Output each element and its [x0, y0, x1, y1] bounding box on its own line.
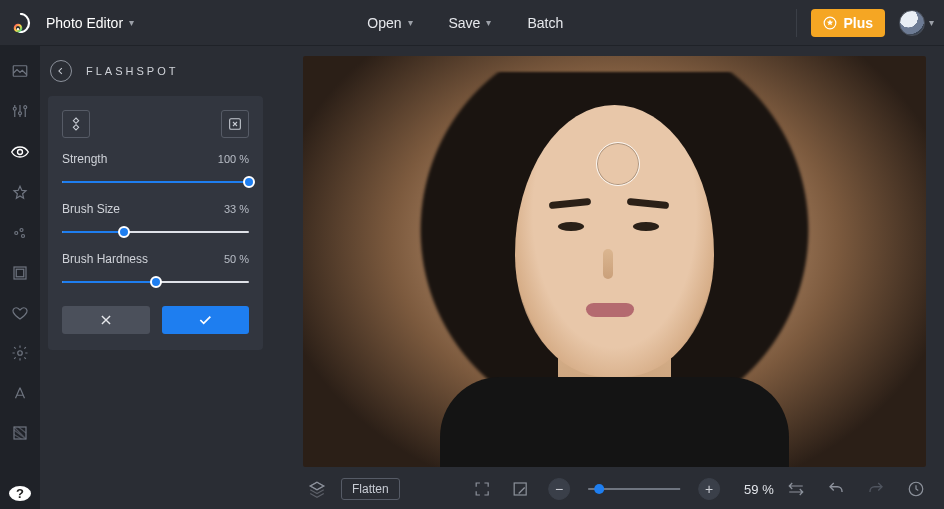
panel-title: FLASHSPOT — [86, 65, 178, 77]
svg-point-6 — [18, 150, 23, 155]
strength-value: 100 % — [218, 153, 249, 165]
strength-control: Strength 100 % — [62, 152, 249, 188]
effects-icon[interactable] — [9, 224, 31, 242]
top-right-group: Plus ▾ — [796, 9, 934, 37]
svg-point-8 — [20, 229, 23, 232]
batch-button[interactable]: Batch — [523, 9, 567, 37]
svg-point-12 — [18, 351, 23, 356]
svg-point-5 — [24, 106, 27, 109]
layers-icon[interactable] — [307, 479, 327, 499]
app-logo — [6, 8, 36, 38]
star-circle-icon — [823, 16, 837, 30]
strength-slider[interactable] — [62, 176, 249, 188]
frame-icon[interactable] — [9, 264, 31, 282]
brush-size-value: 33 % — [224, 203, 249, 215]
zoom-out-button[interactable]: − — [548, 478, 570, 500]
zoom-slider[interactable] — [588, 483, 680, 495]
batch-label: Batch — [527, 15, 563, 31]
eye-retouch-icon[interactable] — [9, 142, 31, 162]
star-favorite-icon[interactable] — [9, 184, 31, 202]
chevron-down-icon: ▾ — [929, 17, 934, 28]
image-tool-icon[interactable] — [9, 62, 31, 80]
open-button[interactable]: Open ▾ — [363, 9, 416, 37]
brand-dropdown[interactable]: Photo Editor ▾ — [46, 15, 134, 31]
redo-icon — [866, 479, 886, 499]
open-label: Open — [367, 15, 401, 31]
top-bar: Photo Editor ▾ Open ▾ Save ▾ Batch Plus — [0, 0, 944, 46]
brand-label: Photo Editor — [46, 15, 123, 31]
brush-hardness-control: Brush Hardness 50 % — [62, 252, 249, 288]
adjust-sliders-icon[interactable] — [9, 102, 31, 120]
erase-button[interactable] — [221, 110, 249, 138]
flashspot-card: Strength 100 % Brush Size 33 % — [48, 96, 263, 350]
history-icon[interactable] — [906, 479, 926, 499]
zoom-value: 59 % — [744, 482, 774, 497]
brush-hardness-value: 50 % — [224, 253, 249, 265]
tool-rail: ? — [0, 46, 40, 509]
brush-hardness-slider[interactable] — [62, 276, 249, 288]
help-button[interactable]: ? — [9, 486, 31, 501]
svg-point-7 — [15, 232, 18, 235]
strength-label: Strength — [62, 152, 107, 166]
upgrade-plus-button[interactable]: Plus — [811, 9, 885, 37]
top-center-group: Open ▾ Save ▾ Batch — [134, 9, 796, 37]
bottom-bar: Flatten − + 59 % — [275, 469, 944, 509]
photo-nose — [603, 249, 613, 279]
gear-icon[interactable] — [9, 344, 31, 362]
brush-size-label: Brush Size — [62, 202, 120, 216]
photo-canvas[interactable] — [303, 56, 926, 467]
zoom-in-button[interactable]: + — [698, 478, 720, 500]
photo-collar — [440, 377, 789, 467]
save-button[interactable]: Save ▾ — [445, 9, 496, 37]
brush-cursor-indicator — [596, 142, 640, 186]
account-menu[interactable]: ▾ — [899, 10, 934, 36]
chevron-down-icon: ▾ — [408, 17, 413, 28]
tool-panel: FLASHSPOT Strength 100 % — [40, 46, 275, 509]
flatten-button[interactable]: Flatten — [341, 478, 400, 500]
brush-mode-button[interactable] — [62, 110, 90, 138]
photo-lips — [586, 303, 634, 317]
separator — [796, 9, 797, 37]
heart-icon[interactable] — [9, 304, 31, 322]
cancel-button[interactable] — [62, 306, 150, 334]
svg-rect-15 — [514, 483, 526, 495]
brush-size-control: Brush Size 33 % — [62, 202, 249, 238]
close-icon — [99, 313, 113, 327]
brush-size-slider[interactable] — [62, 226, 249, 238]
svg-point-3 — [13, 107, 16, 110]
undo-icon[interactable] — [826, 479, 846, 499]
apply-button[interactable] — [162, 306, 250, 334]
compare-icon[interactable] — [786, 479, 806, 499]
fit-screen-icon[interactable] — [472, 479, 492, 499]
text-tool-icon[interactable] — [9, 384, 31, 402]
avatar — [899, 10, 925, 36]
brush-hardness-label: Brush Hardness — [62, 252, 148, 266]
canvas-area: Flatten − + 59 % — [275, 46, 944, 509]
save-label: Save — [449, 15, 481, 31]
chevron-down-icon: ▾ — [486, 17, 491, 28]
plus-label: Plus — [843, 15, 873, 31]
svg-point-4 — [19, 112, 22, 115]
actual-size-icon[interactable] — [510, 479, 530, 499]
svg-rect-11 — [16, 269, 24, 277]
svg-point-9 — [22, 235, 25, 238]
texture-icon[interactable] — [9, 424, 31, 442]
back-button[interactable] — [50, 60, 72, 82]
check-icon — [197, 312, 213, 328]
